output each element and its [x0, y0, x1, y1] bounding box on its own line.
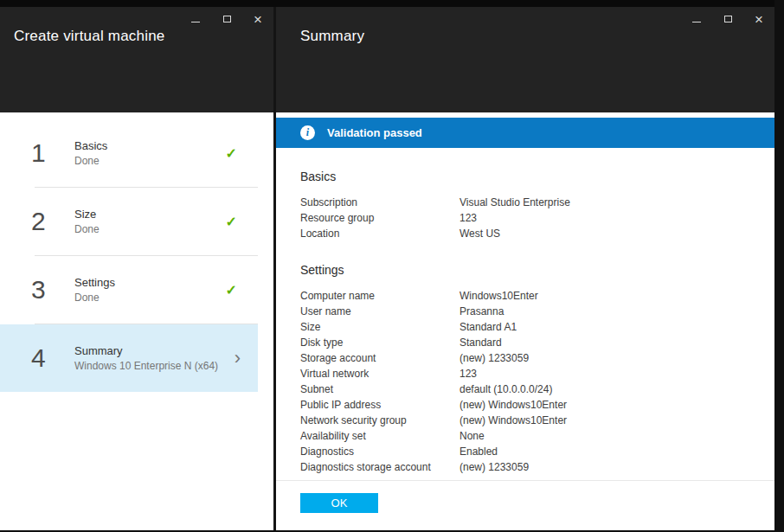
row-value: (new) 1233059 [459, 461, 750, 473]
check-icon: ✓ [226, 214, 237, 230]
row-label: Diagnostics storage account [300, 461, 459, 473]
summary-row-public-ip: Public IP address (new) Windows10Enter [300, 397, 750, 413]
create-vm-blade: Create virtual machine × 1 Basics Done ✓ [0, 7, 273, 530]
row-label: Computer name [300, 290, 459, 302]
step-text: Summary Windows 10 Enterprise N (x64) [74, 344, 235, 372]
summary-blade: Summary × i Validation passed Basics Sub… [276, 7, 774, 530]
summary-row-diagnostics-storage-account: Diagnostics storage account (new) 123305… [300, 459, 750, 475]
summary-row-computer-name: Computer name Windows10Enter [300, 288, 750, 304]
row-value: Prasanna [459, 305, 750, 317]
summary-content: Basics Subscription Visual Studio Enterp… [276, 148, 774, 480]
background-right-strip [774, 0, 784, 532]
summary-row-diagnostics: Diagnostics Enabled [300, 444, 750, 459]
minimize-button[interactable] [690, 12, 704, 26]
summary-row-availability-set: Availability set None [300, 428, 750, 444]
row-value: None [459, 430, 750, 442]
summary-row-size: Size Standard A1 [300, 319, 750, 335]
row-label: Location [300, 228, 459, 240]
summary-row-virtual-network: Virtual network 123 [300, 366, 750, 381]
row-value: default (10.0.0.0/24) [459, 383, 750, 395]
blade-title: Create virtual machine [14, 28, 164, 45]
close-icon: × [755, 12, 763, 27]
minimize-button[interactable] [189, 12, 202, 26]
close-button[interactable]: × [251, 12, 265, 26]
validation-banner: i Validation passed [276, 118, 774, 148]
window-controls: × [189, 12, 265, 26]
row-label: Subscription [300, 196, 459, 208]
summary-row-network-security-group: Network security group (new) Windows10En… [300, 413, 750, 428]
wizard-steps-panel: 1 Basics Done ✓ 2 Size Done ✓ [0, 112, 273, 530]
step-number: 3 [31, 275, 74, 304]
minimize-icon [191, 22, 200, 22]
row-value: 123 [459, 212, 750, 224]
summary-row-location: Location West US [300, 226, 750, 241]
row-label: Resource group [300, 212, 459, 224]
step-number: 1 [31, 138, 74, 168]
summary-row-subnet: Subnet default (10.0.0.0/24) [300, 381, 750, 397]
summary-row-subscription: Subscription Visual Studio Enterprise [300, 195, 750, 210]
row-label: Virtual network [300, 368, 459, 380]
step-title: Basics [74, 139, 226, 152]
maximize-icon [724, 16, 732, 22]
row-value: (new) Windows10Enter [459, 414, 750, 426]
row-value: West US [459, 228, 750, 240]
step-number: 2 [31, 207, 74, 236]
row-value: (new) 1233059 [459, 352, 750, 364]
maximize-button[interactable] [721, 12, 735, 26]
row-label: Network security group [300, 414, 459, 426]
row-value: Windows10Enter [459, 290, 750, 302]
ok-button[interactable]: OK [300, 493, 378, 513]
row-label: Diagnostics [300, 445, 459, 458]
azure-create-vm-screen: Create virtual machine × 1 Basics Done ✓ [0, 0, 784, 532]
row-value: Standard A1 [459, 321, 750, 333]
step-number: 4 [31, 343, 74, 373]
basics-section-heading: Basics [300, 170, 750, 183]
row-value: (new) Windows10Enter [459, 399, 750, 411]
close-icon: × [254, 12, 262, 27]
summary-footer: OK [276, 480, 774, 530]
summary-row-resource-group: Resource group 123 [300, 210, 750, 226]
row-value: 123 [459, 368, 750, 380]
row-label: Public IP address [300, 399, 459, 411]
maximize-icon [223, 16, 231, 22]
background-top-strip [0, 0, 784, 7]
summary-row-user-name: User name Prasanna [300, 304, 750, 319]
validation-banner-text: Validation passed [327, 126, 422, 139]
step-title: Size [74, 208, 226, 221]
row-label: Storage account [300, 352, 459, 364]
info-icon: i [300, 125, 315, 140]
check-icon: ✓ [226, 145, 237, 162]
row-label: Disk type [300, 337, 459, 349]
chevron-right-icon: › [235, 349, 241, 368]
row-value: Visual Studio Enterprise [459, 196, 750, 208]
row-label: User name [300, 305, 459, 317]
maximize-button[interactable] [220, 12, 234, 26]
row-label: Availability set [300, 430, 459, 442]
step-settings[interactable]: 3 Settings Done ✓ [0, 256, 258, 324]
minimize-icon [692, 22, 701, 22]
step-basics[interactable]: 1 Basics Done ✓ [0, 119, 258, 187]
settings-section-heading: Settings [300, 263, 750, 277]
summary-blade-header: Summary × [276, 7, 774, 112]
step-summary[interactable]: 4 Summary Windows 10 Enterprise N (x64) … [0, 324, 258, 392]
close-button[interactable]: × [752, 12, 766, 26]
row-label: Subnet [300, 383, 459, 395]
step-text: Settings Done [74, 276, 226, 304]
summary-row-disk-type: Disk type Standard [300, 335, 750, 350]
step-text: Size Done [74, 208, 226, 235]
blade-title: Summary [300, 28, 364, 45]
create-vm-blade-header: Create virtual machine × [0, 7, 273, 112]
step-title: Settings [74, 276, 226, 289]
check-icon: ✓ [226, 282, 237, 298]
row-value: Standard [459, 337, 750, 349]
row-value: Enabled [459, 445, 750, 458]
window-controls: × [690, 12, 766, 26]
step-subtitle: Windows 10 Enterprise N (x64) [74, 360, 235, 372]
row-label: Size [300, 321, 459, 333]
step-subtitle: Done [74, 155, 226, 167]
wizard-steps-list: 1 Basics Done ✓ 2 Size Done ✓ [0, 119, 258, 392]
step-title: Summary [74, 344, 235, 357]
step-text: Basics Done [74, 139, 226, 167]
step-size[interactable]: 2 Size Done ✓ [0, 188, 258, 255]
step-subtitle: Done [74, 292, 226, 304]
